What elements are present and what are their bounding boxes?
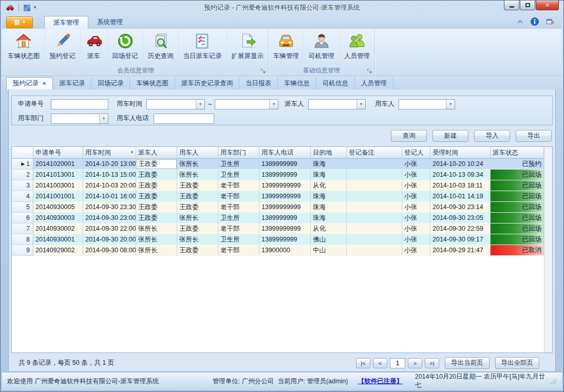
cell[interactable]: 张所长: [177, 170, 218, 180]
cell[interactable]: 20140930003: [33, 213, 83, 223]
app-no-input[interactable]: [51, 99, 108, 109]
cell[interactable]: 2014-09-30 23:05: [430, 213, 491, 223]
ribbon-button-当日派车记录[interactable]: 当日派车记录: [179, 30, 227, 66]
status-cell[interactable]: 已回场: [491, 213, 544, 223]
cell[interactable]: 从化: [311, 223, 347, 234]
ribbon-button-司机管理[interactable]: 司机管理: [304, 30, 340, 66]
close-button[interactable]: ✕: [536, 1, 559, 10]
cell[interactable]: 20141001001: [33, 191, 83, 202]
dispatcher-combo[interactable]: ▼: [308, 99, 366, 109]
ribbon-tab-系统管理[interactable]: 系统管理: [88, 16, 131, 29]
cell[interactable]: 2014-09-30 22:00: [83, 223, 136, 234]
cell[interactable]: 王政委: [136, 202, 177, 213]
resize-grip-icon[interactable]: [550, 378, 557, 385]
ribbon-button-车辆状态图[interactable]: 车辆状态图: [3, 30, 45, 66]
cell[interactable]: 佛山: [311, 234, 347, 245]
status-cell[interactable]: 已回场: [491, 202, 544, 213]
column-header-目的地[interactable]: 目的地: [311, 147, 347, 159]
cell[interactable]: 20140929002: [33, 245, 83, 256]
cell[interactable]: [347, 202, 402, 213]
cell[interactable]: 老干部: [218, 245, 259, 256]
ribbon-button-历史查询[interactable]: 历史查询: [143, 30, 179, 66]
cell[interactable]: 小张: [402, 191, 430, 202]
first-page-button[interactable]: |<: [356, 358, 370, 368]
table-row[interactable]: 7201409300022014-09-30 22:00张所长王政委老干部139…: [12, 223, 552, 234]
table-row[interactable]: 4201410010012014-10-01 16:00王政委王政委老干部139…: [12, 191, 552, 202]
doc-tab-预约记录[interactable]: 预约记录✕: [6, 77, 53, 89]
ribbon-button-人员管理[interactable]: 人员管理: [340, 30, 374, 66]
car-user-combo[interactable]: ▼: [399, 99, 455, 109]
status-cell[interactable]: 已回场: [491, 223, 544, 234]
cell[interactable]: 小张: [402, 202, 430, 213]
cell[interactable]: [347, 245, 402, 256]
status-cell[interactable]: 已回场: [491, 180, 544, 191]
cell[interactable]: 小张: [402, 213, 430, 223]
column-header-登记备注[interactable]: 登记备注: [347, 147, 402, 159]
cell[interactable]: [347, 180, 402, 191]
doc-tab-司机信息[interactable]: 司机信息: [316, 77, 355, 89]
info-icon[interactable]: [531, 17, 539, 26]
chevron-down-icon[interactable]: ▼: [446, 100, 455, 109]
export-current-page-button[interactable]: 导出当前页: [445, 357, 490, 369]
cell[interactable]: 王政委: [136, 170, 177, 180]
cell[interactable]: 珠海: [311, 213, 347, 223]
cell[interactable]: 2014-10-01 16:00: [83, 191, 136, 202]
table-row[interactable]: 2201410130012014-10-13 15:00王政委张所长卫生所138…: [12, 170, 552, 180]
cell[interactable]: 张所长: [177, 159, 218, 170]
cell[interactable]: 13999999999: [259, 180, 311, 191]
cell[interactable]: [347, 213, 402, 223]
cell[interactable]: 小张: [402, 180, 430, 191]
dept-combo[interactable]: ▼: [51, 114, 108, 124]
cell[interactable]: 王政委: [136, 213, 177, 223]
cell[interactable]: [347, 159, 402, 170]
dialog-launcher-icon[interactable]: [260, 68, 266, 73]
cell[interactable]: 2014-09-30 09:17: [430, 234, 491, 245]
sort-desc-icon[interactable]: ▼: [130, 147, 134, 158]
chevron-down-icon[interactable]: ▼: [33, 6, 37, 10]
cell[interactable]: 13999999999: [259, 202, 311, 213]
cell[interactable]: 王政委: [177, 223, 218, 234]
cell[interactable]: 13900000: [259, 245, 311, 256]
cell[interactable]: 卫生所: [218, 213, 259, 223]
cell[interactable]: 珠海: [311, 202, 347, 213]
ribbon-button-扩展屏显示[interactable]: 扩展屏显示: [227, 30, 269, 66]
status-cell[interactable]: 已取消: [491, 245, 544, 256]
cell[interactable]: 中山: [311, 245, 347, 256]
minimize-button[interactable]: [504, 1, 519, 10]
phone-input[interactable]: [154, 114, 214, 124]
cell[interactable]: 2014-09-29 21:47: [430, 245, 491, 256]
cell[interactable]: 王政委: [136, 180, 177, 191]
cell[interactable]: 2014-09-30 20:00: [83, 234, 136, 245]
cell[interactable]: 小张: [402, 223, 430, 234]
column-header-受理时间[interactable]: 受理时间: [430, 147, 491, 159]
switch-window-icon[interactable]: [546, 17, 555, 26]
column-header-用车人[interactable]: 用车人: [177, 147, 218, 159]
cell[interactable]: 2014-10-20 13:00: [83, 159, 136, 170]
cell[interactable]: 2014-09-30 08:00: [83, 245, 136, 256]
doc-tab-派车记录[interactable]: 派车记录: [53, 77, 91, 89]
cell[interactable]: 张所长: [177, 234, 218, 245]
cell[interactable]: 王政委: [177, 202, 218, 213]
export-button[interactable]: 导出: [516, 130, 552, 142]
column-header-派车人[interactable]: 派车人: [136, 147, 177, 159]
cell[interactable]: 2014-09-30 22:59: [430, 223, 491, 234]
status-cell[interactable]: 已预约: [491, 159, 544, 170]
cell[interactable]: 王政委: [136, 191, 177, 202]
cell[interactable]: 13999999999: [259, 191, 311, 202]
use-time-to-combo[interactable]: ▼: [215, 99, 278, 109]
status-cell[interactable]: 已回场: [491, 170, 544, 180]
status-cell[interactable]: 已回场: [491, 191, 544, 202]
cell[interactable]: 老干部: [218, 202, 259, 213]
cell[interactable]: 2014-10-13 15:00: [83, 170, 136, 180]
cell[interactable]: 2014-10-13 09:34: [430, 170, 491, 180]
page-number-input[interactable]: [390, 358, 405, 368]
doc-tab-车辆状态图[interactable]: 车辆状态图: [130, 77, 175, 89]
cell[interactable]: 13999999999: [259, 223, 311, 234]
cell[interactable]: 1389999999: [259, 213, 311, 223]
cell[interactable]: [347, 223, 402, 234]
cell[interactable]: 老干部: [218, 191, 259, 202]
cell[interactable]: 1389999999: [259, 159, 311, 170]
cell[interactable]: 小张: [402, 245, 430, 256]
cell[interactable]: [347, 170, 402, 180]
query-button[interactable]: 查询: [391, 130, 427, 142]
